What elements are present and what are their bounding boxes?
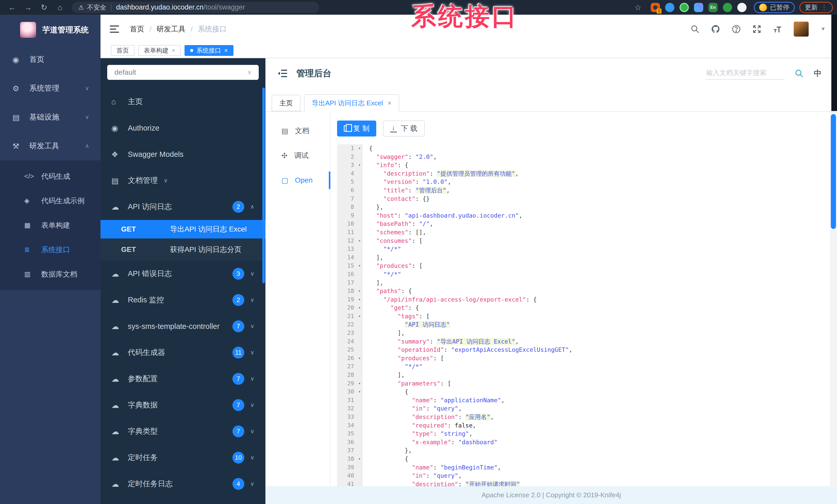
doc-nav-1[interactable]: ✣调试 [265,143,330,168]
swagger-nav-0[interactable]: ⌂主页 [101,89,265,115]
paused-extension-button[interactable]: 已暂停 [754,2,795,13]
swagger-nav-1[interactable]: ◉Authorize [101,115,265,141]
collapse-sidebar-icon[interactable] [110,25,119,33]
code-token: : [458,481,465,486]
code-line: "/api/infra/api-access-log/export-excel"… [369,295,830,304]
code-token [369,271,383,278]
swagger-nav-7[interactable]: ☁sys-sms-template-controller7∨ [101,313,265,339]
doc-nav-2[interactable]: ▢Open [265,168,330,193]
collapse-menu-icon[interactable] [278,69,288,78]
sidebar-scrollbar[interactable] [262,88,265,283]
sidebar-item-2[interactable]: ▤基础设施∨ [0,103,101,132]
code-line: "name": "beginBeginTime", [369,463,830,472]
swagger-nav-3[interactable]: ▤文档管理∨ [101,167,265,194]
code-line: "*/*" [369,270,830,279]
swagger-nav-13[interactable]: ☁定时任务日志4∨ [101,471,265,497]
sidebar-subitem-4[interactable]: ▥数据库文档 [0,262,101,286]
font-size-icon[interactable] [773,25,782,34]
extension-icon[interactable] [694,3,703,12]
fold-arrow-icon: ▾ [358,312,361,321]
user-avatar[interactable] [794,22,809,37]
code-token: "version" [383,179,415,185]
doc-icon: ▤ [111,176,128,185]
bookmark-star-icon[interactable]: ☆ [635,3,641,12]
search-icon[interactable] [795,69,803,78]
reload-icon[interactable]: ↻ [36,3,52,12]
page-scrollbar-thumb[interactable] [831,114,836,229]
api-operation-0[interactable]: GET导出API 访问日志 Excel [101,220,265,239]
back-icon[interactable]: ← [4,3,20,12]
swagger-nav-4[interactable]: ☁API 访问日志2∧ [101,194,265,220]
cloud-icon: ☁ [111,427,128,436]
swagger-nav-9[interactable]: ☁参数配置7∨ [101,366,265,392]
forward-icon[interactable]: → [20,3,36,12]
json-code-viewer[interactable]: 1▾23▾456789101112▾131415▾161718▾19▾20▾21… [337,144,830,486]
swagger-nav-14[interactable]: ☁岗位∨ [101,497,265,504]
doc-nav-0[interactable]: ▤文档 [265,118,330,143]
page-scrollbar-track[interactable] [830,111,837,486]
swagger-nav-label: API 访问日志 [128,202,172,212]
download-button[interactable]: ↓ 下 载 [383,120,425,136]
fullscreen-icon[interactable] [752,25,761,34]
code-token: : [ [433,355,444,361]
address-bar[interactable]: ⚠ 不安全 dashboard.yudao.iocoder.cn /tool/s… [72,2,319,13]
tab-1[interactable]: 导出API 访问日志 Excel× [304,94,399,112]
sidebar-subitem-0[interactable]: </>代码生成 [0,164,101,188]
tag-1[interactable]: 表单构建× [138,45,181,56]
extension-icon[interactable] [665,3,674,12]
swagger-nav-label: Redis 监控 [128,295,164,305]
copy-button[interactable]: 复 制 [337,120,376,136]
sidebar-subitem-2[interactable]: ▦表单构建 [0,213,101,238]
sidebar-item-label: 研发工具 [29,141,59,151]
update-button[interactable]: 更新 ⋮ [799,2,833,13]
api-group-select[interactable]: default ∨ [107,65,259,80]
home-icon[interactable]: ⌂ [52,3,68,12]
sidebar-item-0[interactable]: ◉首页 [0,45,101,74]
search-icon[interactable] [691,25,699,34]
knife4j-footer: Apache License 2.0 | Copyright © 2019-Kn… [265,486,837,504]
swagger-nav-8[interactable]: ☁代码生成器11∨ [101,339,265,366]
swagger-nav-10[interactable]: ☁字典数据7∨ [101,392,265,418]
sidebar-subitem-label: 系统接口 [41,245,70,255]
sidebar-subitem-1[interactable]: ◈代码生成示例 [0,188,101,213]
not-secure-label: 不安全 [87,3,106,12]
code-token: : [444,347,451,353]
swagger-nav-2[interactable]: ❖Swagger Models [101,141,265,167]
code-token: ], [369,254,383,261]
github-icon[interactable] [711,25,720,34]
extension-icon[interactable] [679,3,689,12]
api-operation-1[interactable]: GET获得API 访问日志分页 [101,239,265,261]
code-token: "summary" [398,338,430,345]
sidebar-item-3[interactable]: ⚒研发工具∧ [0,132,101,161]
home-icon: ⌂ [111,97,128,106]
tab-0[interactable]: 主页 [272,95,301,111]
chevron-down-icon[interactable]: ▼ [820,26,826,32]
swagger-nav-11[interactable]: ☁字典类型7∨ [101,418,265,445]
swagger-nav-label: 代码生成器 [128,348,165,358]
swagger-main: 管理后台 中 主页导出API 访问日志 Excel× ▤文档✣调试▢Open 复… [265,58,837,504]
chevron-up-icon: ∧ [248,203,256,210]
extension-en-icon[interactable]: En [708,3,718,12]
extension-icon[interactable] [723,3,732,12]
code-token: "/api/infra/api-access-log/export-excel" [383,296,526,303]
code-token: "query" [433,472,458,479]
sidebar-item-1[interactable]: ⚙系统管理∨ [0,74,101,103]
swagger-nav-5[interactable]: ☁API 错误日志3∨ [101,261,265,287]
language-toggle[interactable]: 中 [814,68,821,79]
extension-icon[interactable]: 1 [651,3,660,12]
tag-2[interactable]: 系统接口× [184,45,233,56]
tag-label: 系统接口 [196,46,221,55]
sidebar-subitem-3[interactable]: ≣系统接口 [0,238,101,262]
extension-icon[interactable] [737,3,747,12]
doc-search-input[interactable] [706,67,784,80]
code-token: : [408,187,415,194]
fold-arrow-icon: ▾ [358,295,361,304]
swagger-nav-label: Swagger Models [128,150,183,158]
api-icon: ≣ [24,246,41,254]
swagger-nav-12[interactable]: ☁定时任务10∨ [101,445,265,471]
swagger-nav-6[interactable]: ☁Redis 监控2∨ [101,287,265,313]
code-token: : [408,153,415,160]
tag-0[interactable]: 首页 [111,45,135,56]
help-icon[interactable] [732,25,741,34]
app-logo-row[interactable]: 芋道管理系统 [0,15,101,45]
